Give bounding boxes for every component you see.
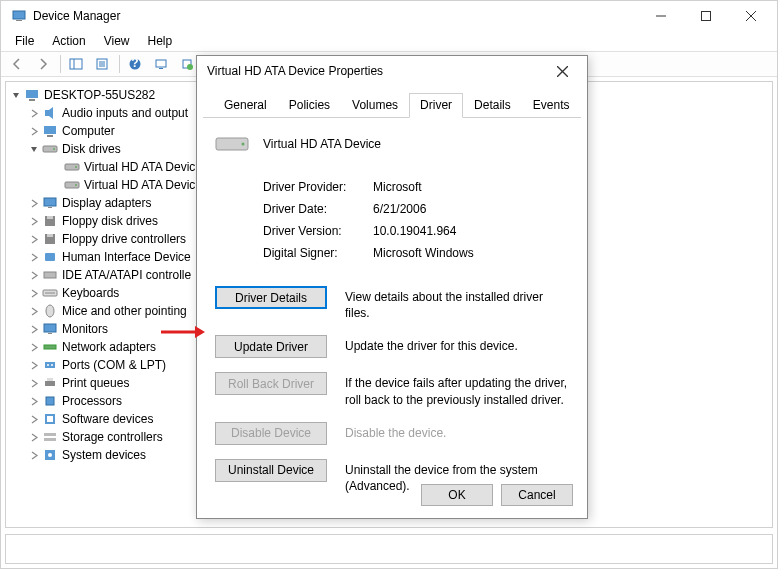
window-controls	[638, 2, 773, 30]
svg-text:?: ?	[131, 57, 138, 70]
scan-button[interactable]	[149, 53, 173, 75]
chevron-right-icon[interactable]	[28, 431, 40, 443]
chevron-right-icon[interactable]	[28, 233, 40, 245]
chevron-right-icon[interactable]	[28, 197, 40, 209]
menu-file[interactable]: File	[7, 32, 42, 50]
chevron-right-icon[interactable]	[28, 251, 40, 263]
help-button[interactable]: ?	[123, 53, 147, 75]
chevron-right-icon[interactable]	[28, 305, 40, 317]
tree-label: Disk drives	[62, 142, 121, 156]
date-value: 6/21/2006	[373, 202, 426, 216]
update-driver-button[interactable]: Update Driver	[215, 335, 327, 358]
menu-help[interactable]: Help	[140, 32, 181, 50]
menu-action[interactable]: Action	[44, 32, 93, 50]
driver-details-button[interactable]: Driver Details	[215, 286, 327, 309]
mouse-icon	[42, 303, 58, 319]
svg-rect-40	[44, 324, 56, 332]
chevron-right-icon[interactable]	[28, 341, 40, 353]
svg-point-45	[51, 364, 53, 366]
show-hide-tree-button[interactable]	[64, 53, 88, 75]
chevron-down-icon[interactable]	[28, 143, 40, 155]
tree-label: Keyboards	[62, 286, 119, 300]
hid-icon	[42, 249, 58, 265]
svg-point-17	[187, 64, 193, 70]
chevron-right-icon[interactable]	[28, 377, 40, 389]
tab-events[interactable]: Events	[522, 93, 581, 118]
maximize-button[interactable]	[683, 2, 728, 30]
svg-rect-21	[44, 126, 56, 134]
close-button[interactable]	[728, 2, 773, 30]
menu-view[interactable]: View	[96, 32, 138, 50]
svg-rect-43	[45, 362, 55, 368]
dialog-buttons: OK Cancel	[421, 484, 573, 506]
tree-label: Storage controllers	[62, 430, 163, 444]
provider-label: Driver Provider:	[263, 180, 373, 194]
floppy-icon	[42, 231, 58, 247]
date-label: Driver Date:	[263, 202, 373, 216]
window-title: Device Manager	[33, 9, 638, 23]
uninstall-device-button[interactable]: Uninstall Device	[215, 459, 327, 482]
chevron-right-icon[interactable]	[28, 107, 40, 119]
chevron-right-icon[interactable]	[28, 215, 40, 227]
roll-back-driver-desc: If the device fails after updating the d…	[345, 372, 569, 407]
tab-content: Virtual HD ATA Device Driver Provider:Mi…	[197, 118, 587, 508]
svg-rect-41	[48, 333, 52, 334]
svg-point-24	[53, 148, 55, 150]
software-icon	[42, 411, 58, 427]
svg-rect-19	[29, 99, 35, 101]
cancel-button[interactable]: Cancel	[501, 484, 573, 506]
dialog-close-button[interactable]	[547, 59, 577, 83]
network-icon	[42, 339, 58, 355]
ide-icon	[42, 267, 58, 283]
chevron-right-icon[interactable]	[28, 413, 40, 425]
tree-label: Ports (COM & LPT)	[62, 358, 166, 372]
ok-button[interactable]: OK	[421, 484, 493, 506]
system-icon	[42, 447, 58, 463]
tree-label: Software devices	[62, 412, 153, 426]
tab-general[interactable]: General	[213, 93, 278, 118]
back-button[interactable]	[5, 53, 29, 75]
svg-rect-51	[44, 433, 56, 436]
version-value: 10.0.19041.964	[373, 224, 456, 238]
status-bar	[5, 534, 773, 564]
tree-label: Human Interface Device	[62, 250, 191, 264]
update-driver-desc: Update the driver for this device.	[345, 335, 569, 354]
cpu-icon	[42, 393, 58, 409]
chevron-right-icon[interactable]	[28, 449, 40, 461]
tab-details[interactable]: Details	[463, 93, 522, 118]
svg-point-39	[46, 305, 54, 317]
tree-label: Virtual HD ATA Devic	[84, 160, 195, 174]
tree-label: Network adapters	[62, 340, 156, 354]
storage-icon	[42, 429, 58, 445]
tab-driver[interactable]: Driver	[409, 93, 463, 118]
forward-button[interactable]	[31, 53, 55, 75]
tab-policies[interactable]: Policies	[278, 93, 341, 118]
device-name: Virtual HD ATA Device	[263, 137, 381, 151]
roll-back-driver-button[interactable]: Roll Back Driver	[215, 372, 327, 395]
chevron-right-icon[interactable]	[28, 269, 40, 281]
drive-icon	[215, 132, 247, 156]
chevron-right-icon[interactable]	[28, 395, 40, 407]
svg-rect-6	[70, 59, 82, 69]
properties-dialog: Virtual HD ATA Device Properties General…	[196, 55, 588, 519]
tree-label: Processors	[62, 394, 122, 408]
signer-value: Microsoft Windows	[373, 246, 474, 260]
tree-label: Print queues	[62, 376, 129, 390]
chevron-down-icon[interactable]	[10, 89, 22, 101]
properties-button[interactable]	[90, 53, 114, 75]
svg-point-26	[75, 166, 77, 168]
disable-device-button[interactable]: Disable Device	[215, 422, 327, 445]
tab-volumes[interactable]: Volumes	[341, 93, 409, 118]
tree-label: Display adapters	[62, 196, 151, 210]
driver-details-desc: View details about the installed driver …	[345, 286, 569, 321]
chevron-right-icon[interactable]	[28, 287, 40, 299]
svg-rect-3	[701, 12, 710, 21]
minimize-button[interactable]	[638, 2, 683, 30]
svg-rect-50	[47, 416, 53, 422]
chevron-right-icon[interactable]	[28, 125, 40, 137]
chevron-right-icon[interactable]	[28, 359, 40, 371]
disable-device-desc: Disable the device.	[345, 422, 569, 441]
chevron-right-icon[interactable]	[28, 323, 40, 335]
tree-label: Mice and other pointing	[62, 304, 187, 318]
tree-label: Audio inputs and output	[62, 106, 188, 120]
